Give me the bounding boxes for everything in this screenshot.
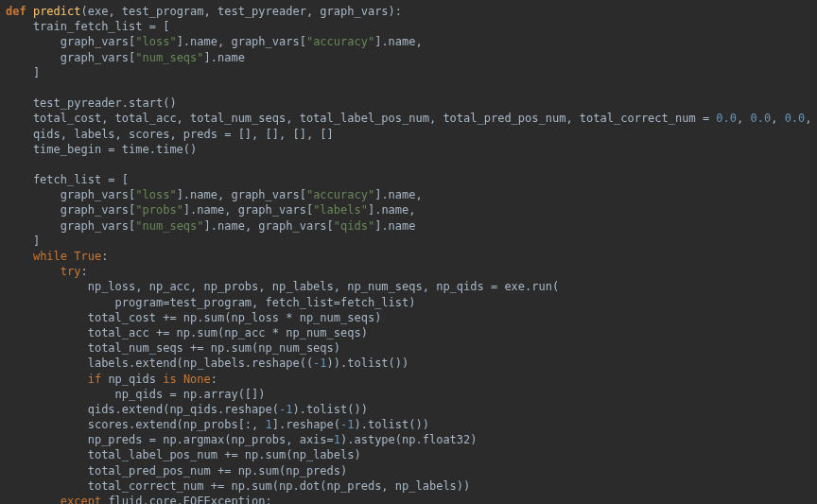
line: except fluid.core.EOFException:: [6, 495, 272, 504]
line: total_acc += np.sum(np_acc * np_num_seqs…: [6, 326, 368, 339]
line: graph_vars["num_seqs"].name, graph_vars[…: [6, 219, 416, 233]
line: np_loss, np_acc, np_probs, np_labels, np…: [6, 280, 559, 293]
line: if np_qids is None:: [6, 373, 217, 386]
line: while True:: [6, 250, 108, 263]
line: graph_vars["loss"].name, graph_vars["acc…: [6, 188, 423, 201]
line: scores.extend(np_probs[:, 1].reshape(-1)…: [6, 418, 429, 431]
line: np_qids = np.array([]): [6, 388, 266, 401]
line: total_pred_pos_num += np.sum(np_preds): [6, 464, 347, 478]
line: total_num_seqs += np.sum(np_num_seqs): [6, 341, 340, 355]
line: qids.extend(np_qids.reshape(-1).tolist()…: [6, 403, 368, 416]
line: program=test_program, fetch_list=fetch_l…: [6, 296, 415, 309]
line: graph_vars["num_seqs"].name: [6, 51, 245, 64]
line: test_pyreader.start(): [6, 96, 177, 110]
line: qids, labels, scores, preds = [], [], []…: [6, 128, 334, 141]
line: try:: [6, 265, 88, 278]
line: graph_vars["loss"].name, graph_vars["acc…: [6, 35, 423, 48]
line: fetch_list = [: [6, 173, 129, 186]
line: def predict(exe, test_program, test_pyre…: [6, 5, 402, 18]
line: np_preds = np.argmax(np_probs, axis=1).a…: [6, 433, 478, 446]
line: train_fetch_list = [: [6, 20, 169, 33]
line: total_cost += np.sum(np_loss * np_num_se…: [6, 311, 381, 324]
line: time_begin = time.time(): [6, 143, 197, 156]
line: total_cost, total_acc, total_num_seqs, t…: [6, 112, 817, 125]
line: ]: [6, 235, 40, 248]
line: total_label_pos_num += np.sum(np_labels): [6, 448, 361, 461]
code-editor[interactable]: def predict(exe, test_program, test_pyre…: [0, 0, 817, 504]
line: labels.extend(np_labels.reshape((-1)).to…: [6, 356, 408, 370]
line: graph_vars["probs"].name, graph_vars["la…: [6, 203, 416, 217]
line: ]: [6, 66, 40, 79]
line: total_correct_num += np.sum(np.dot(np_pr…: [6, 479, 470, 493]
